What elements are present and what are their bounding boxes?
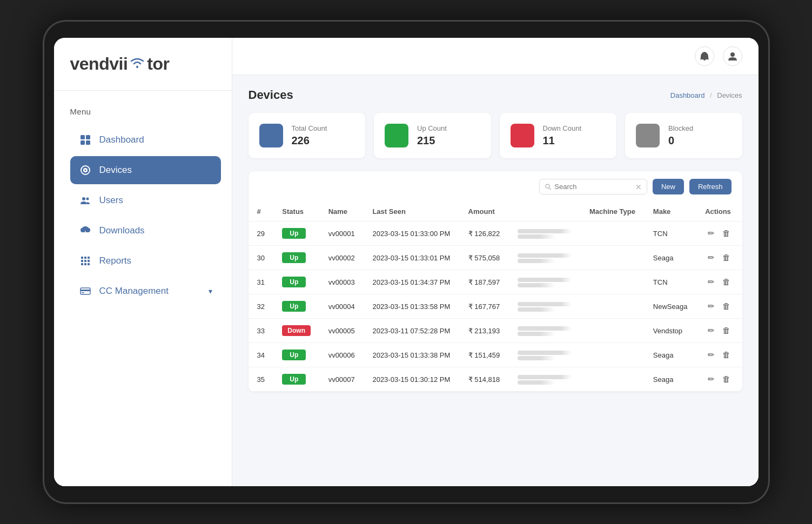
delete-button[interactable]: 🗑 bbox=[720, 300, 733, 312]
col-location bbox=[509, 202, 581, 221]
col-make: Make bbox=[645, 202, 696, 221]
stat-icon-total bbox=[259, 124, 283, 147]
sidebar-item-dashboard-label: Dashboard bbox=[99, 135, 144, 145]
svg-rect-20 bbox=[80, 290, 90, 291]
cell-last-seen: 2023-03-15 01:33:01 PM bbox=[364, 246, 459, 270]
svg-rect-11 bbox=[84, 257, 86, 259]
svg-rect-1 bbox=[80, 135, 85, 139]
cell-num: 30 bbox=[249, 246, 274, 270]
sidebar-item-devices[interactable]: Devices bbox=[70, 156, 221, 184]
cell-actions: ✏ 🗑 bbox=[696, 319, 742, 343]
edit-button[interactable]: ✏ bbox=[705, 276, 717, 288]
cell-num: 32 bbox=[249, 294, 274, 319]
new-button[interactable]: New bbox=[653, 179, 684, 194]
status-badge: Up bbox=[282, 301, 306, 312]
cell-amount: ₹ 187,597 bbox=[460, 270, 509, 294]
cell-make: Seaga bbox=[645, 343, 696, 367]
stats-grid: Total Count 226 Up Count 215 bbox=[249, 113, 742, 158]
cell-last-seen: 2023-03-15 01:33:38 PM bbox=[364, 343, 459, 367]
svg-rect-4 bbox=[86, 140, 90, 145]
app-logo: vendvii tor bbox=[70, 54, 216, 74]
edit-button[interactable]: ✏ bbox=[705, 373, 717, 385]
delete-button[interactable]: 🗑 bbox=[720, 252, 733, 263]
cell-status: Up bbox=[273, 221, 319, 246]
cell-name: vv00004 bbox=[320, 294, 364, 319]
search-input[interactable] bbox=[554, 183, 633, 191]
stat-value-up: 215 bbox=[417, 135, 447, 147]
breadcrumb-home[interactable]: Dashboard bbox=[670, 91, 705, 99]
delete-button[interactable]: 🗑 bbox=[720, 325, 733, 336]
sidebar-item-users[interactable]: Users bbox=[70, 186, 221, 214]
edit-button[interactable]: ✏ bbox=[705, 300, 717, 312]
stat-card-total: Total Count 226 bbox=[249, 113, 366, 158]
svg-rect-10 bbox=[81, 257, 83, 259]
delete-button[interactable]: 🗑 bbox=[720, 349, 733, 360]
svg-rect-2 bbox=[86, 135, 90, 139]
status-badge: Down bbox=[282, 325, 311, 336]
delete-button[interactable]: 🗑 bbox=[720, 373, 733, 385]
svg-rect-14 bbox=[84, 260, 86, 262]
edit-button[interactable]: ✏ bbox=[705, 325, 717, 337]
sidebar-item-reports[interactable]: Reports bbox=[70, 247, 221, 275]
menu-label: Menu bbox=[70, 107, 221, 116]
status-badge: Up bbox=[282, 252, 306, 263]
stat-icon-up bbox=[385, 124, 408, 147]
stat-info-total: Total Count 226 bbox=[292, 124, 327, 147]
edit-button[interactable]: ✏ bbox=[705, 252, 717, 264]
notifications-button[interactable] bbox=[695, 46, 714, 66]
edit-button[interactable]: ✏ bbox=[705, 349, 717, 361]
cell-location bbox=[509, 246, 581, 270]
cell-machine-type bbox=[581, 294, 645, 319]
delete-button[interactable]: 🗑 bbox=[720, 227, 733, 239]
cell-num: 34 bbox=[249, 343, 274, 367]
svg-point-7 bbox=[84, 170, 86, 171]
sidebar-item-dashboard[interactable]: Dashboard bbox=[70, 126, 221, 154]
edit-button[interactable]: ✏ bbox=[705, 227, 717, 239]
user-profile-button[interactable] bbox=[723, 46, 742, 66]
table-body: 29 Up vv00001 2023-03-15 01:33:00 PM ₹ 1… bbox=[249, 221, 742, 392]
cell-actions: ✏ 🗑 bbox=[696, 270, 742, 294]
reports-icon bbox=[79, 254, 92, 267]
devices-table: # Status Name Last Seen Amount Machine T… bbox=[249, 202, 742, 392]
status-badge: Up bbox=[282, 350, 306, 360]
search-box bbox=[539, 179, 647, 194]
svg-rect-3 bbox=[80, 140, 85, 145]
logo-area: vendvii tor bbox=[54, 38, 232, 91]
dashboard-icon bbox=[79, 133, 92, 146]
col-amount: Amount bbox=[460, 202, 509, 221]
table-row: 32 Up vv00004 2023-03-15 01:33:58 PM ₹ 1… bbox=[249, 294, 742, 319]
sidebar-item-downloads[interactable]: Downloads bbox=[70, 217, 221, 245]
col-last-seen: Last Seen bbox=[364, 202, 459, 221]
table-row: 34 Up vv00006 2023-03-15 01:33:38 PM ₹ 1… bbox=[249, 343, 742, 367]
cell-name: vv00003 bbox=[320, 270, 364, 294]
table-row: 31 Up vv00003 2023-03-15 01:34:37 PM ₹ 1… bbox=[249, 270, 742, 294]
stat-info-blocked: Blocked 0 bbox=[668, 124, 693, 147]
svg-point-22 bbox=[730, 52, 735, 57]
cell-actions: ✏ 🗑 bbox=[696, 294, 742, 319]
delete-button[interactable]: 🗑 bbox=[720, 276, 733, 287]
chevron-down-icon: ▾ bbox=[209, 287, 212, 295]
cell-actions: ✏ 🗑 bbox=[696, 246, 742, 270]
cell-make: Vendstop bbox=[645, 319, 696, 343]
svg-rect-15 bbox=[88, 260, 90, 262]
clear-search-icon[interactable] bbox=[636, 184, 641, 190]
refresh-button[interactable]: Refresh bbox=[689, 179, 732, 194]
cell-last-seen: 2023-03-15 01:34:37 PM bbox=[364, 270, 459, 294]
stat-value-down: 11 bbox=[543, 135, 582, 147]
cell-num: 33 bbox=[249, 319, 274, 343]
breadcrumb-separator: / bbox=[710, 91, 712, 99]
sidebar-item-reports-label: Reports bbox=[99, 256, 132, 266]
sidebar-item-cc-management[interactable]: CC Management ▾ bbox=[70, 277, 221, 305]
stat-card-blocked: Blocked 0 bbox=[625, 113, 742, 158]
stat-label-down: Down Count bbox=[543, 124, 582, 132]
cell-amount: ₹ 514,818 bbox=[460, 367, 509, 392]
cell-actions: ✏ 🗑 bbox=[696, 221, 742, 246]
svg-point-8 bbox=[82, 197, 85, 200]
cell-last-seen: 2023-03-15 01:30:12 PM bbox=[364, 367, 459, 392]
cell-machine-type bbox=[581, 319, 645, 343]
cell-num: 35 bbox=[249, 367, 274, 392]
menu-section: Menu Dashboard bbox=[54, 91, 232, 313]
users-icon bbox=[79, 194, 92, 207]
sidebar-item-cc-management-label: CC Management bbox=[99, 286, 169, 297]
sidebar-item-downloads-label: Downloads bbox=[99, 225, 145, 236]
